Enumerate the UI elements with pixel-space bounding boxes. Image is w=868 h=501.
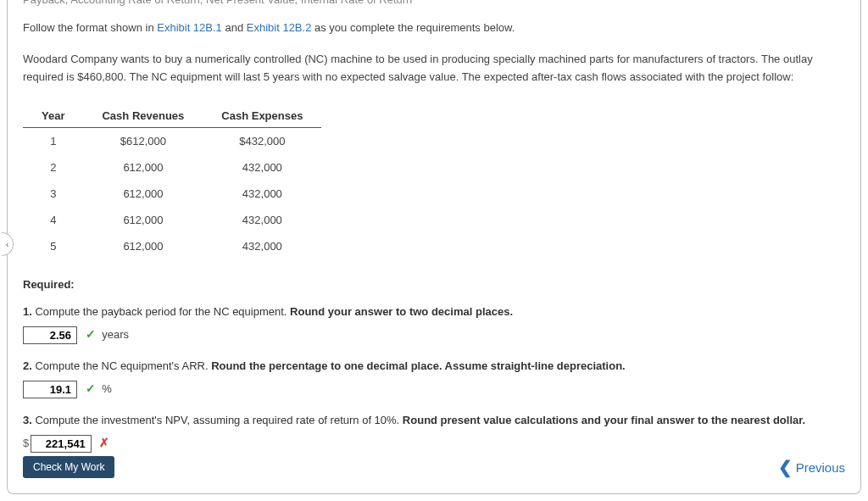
q2-number: 2. xyxy=(23,359,32,372)
scenario-paragraph: Woodard Company wants to buy a numerical… xyxy=(23,51,845,86)
col-year: Year xyxy=(23,104,83,128)
exhibit-12b2-link[interactable]: Exhibit 12B.2 xyxy=(247,21,312,34)
table-row: 5 612,000 432,000 xyxy=(23,233,321,259)
q3-bold: Round present value calculations and you… xyxy=(403,414,805,426)
question-2: 2. Compute the NC equipment's ARR. Round… xyxy=(23,357,845,399)
cell: 612,000 xyxy=(83,181,203,207)
col-expenses: Cash Expenses xyxy=(203,104,321,128)
question-3: 3. Compute the investment's NPV, assumin… xyxy=(23,411,845,454)
check-icon: ✓ xyxy=(86,379,96,399)
q1-answer-input[interactable] xyxy=(23,326,77,344)
col-revenues: Cash Revenues xyxy=(83,104,203,128)
cell: 3 xyxy=(23,181,83,207)
chevron-left-icon: ❮ xyxy=(778,457,793,477)
previous-label: Previous xyxy=(796,460,845,475)
chevron-left-icon: ‹ xyxy=(6,239,9,249)
question-title-cutoff: Payback, Accounting Rate of Return, Net … xyxy=(23,0,845,6)
q1-unit: years xyxy=(102,328,129,341)
q3-text: Compute the investment's NPV, assuming a… xyxy=(32,414,403,426)
question-1: 1. Compute the payback period for the NC… xyxy=(23,303,845,345)
q3-answer-input[interactable] xyxy=(31,435,92,453)
cell: 612,000 xyxy=(83,207,203,233)
q1-bold: Round your answer to two decimal places. xyxy=(290,305,513,318)
q1-number: 1. xyxy=(23,305,32,318)
cell: 432,000 xyxy=(203,233,321,259)
cell: 1 xyxy=(23,128,83,155)
dollar-prefix: $ xyxy=(23,437,29,449)
cell: 4 xyxy=(23,207,83,233)
intro-paragraph: Follow the format shown in Exhibit 12B.1… xyxy=(23,19,845,37)
previous-link[interactable]: ❮ Previous xyxy=(778,457,845,477)
cell: 5 xyxy=(23,233,83,259)
table-row: 3 612,000 432,000 xyxy=(23,181,321,207)
intro-text: as you complete the requirements below. xyxy=(314,21,515,34)
required-label: Required: xyxy=(23,278,845,291)
cell: 612,000 xyxy=(83,233,203,259)
intro-text: and xyxy=(225,21,246,34)
cell: $612,000 xyxy=(83,128,203,155)
cell: 432,000 xyxy=(203,181,321,207)
q1-text: Compute the payback period for the NC eq… xyxy=(32,305,290,318)
q2-unit: % xyxy=(102,382,112,395)
intro-text: Follow the format shown in xyxy=(23,21,157,34)
table-row: 1 $612,000 $432,000 xyxy=(23,128,321,155)
cell: $432,000 xyxy=(203,128,321,155)
x-icon: ✗ xyxy=(99,433,109,454)
table-header-row: Year Cash Revenues Cash Expenses xyxy=(23,104,321,128)
cell: 432,000 xyxy=(203,207,321,233)
q2-answer-input[interactable] xyxy=(23,381,77,398)
cash-flow-table: Year Cash Revenues Cash Expenses 1 $612,… xyxy=(23,104,321,259)
cell: 612,000 xyxy=(83,154,203,181)
table-row: 4 612,000 432,000 xyxy=(23,207,321,233)
expand-side-tab[interactable]: ‹ xyxy=(2,232,14,256)
q3-number: 3. xyxy=(23,414,32,426)
check-my-work-button[interactable]: Check My Work xyxy=(23,456,114,478)
cell: 432,000 xyxy=(203,154,321,181)
q2-bold: Round the percentage to one decimal plac… xyxy=(211,359,626,372)
cell: 2 xyxy=(23,154,83,181)
check-icon: ✓ xyxy=(86,325,96,345)
table-row: 2 612,000 432,000 xyxy=(23,154,321,181)
q2-text: Compute the NC equipment's ARR. xyxy=(32,359,211,372)
exhibit-12b1-link[interactable]: Exhibit 12B.1 xyxy=(157,21,222,34)
